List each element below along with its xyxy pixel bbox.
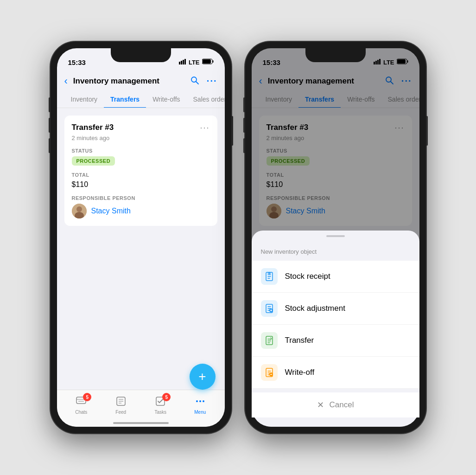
total-label-1: TOTAL xyxy=(72,172,210,178)
nav-tasks-1[interactable]: 5 Tasks xyxy=(154,395,167,415)
stock-adjustment-label: Stock adjustment xyxy=(285,304,345,313)
card-header-1: Transfer #3 ··· xyxy=(72,123,210,133)
transfer-label: Transfer xyxy=(285,336,314,345)
feed-icon-1 xyxy=(114,395,127,408)
svg-rect-2 xyxy=(183,60,184,64)
sheet-item-writeoff[interactable]: Write-off xyxy=(252,357,419,389)
chats-badge-1: 5 xyxy=(83,393,91,401)
nav-tasks-label-1: Tasks xyxy=(154,410,166,415)
svg-point-21 xyxy=(199,400,201,402)
status-badge-1: PROCESSED xyxy=(72,156,115,166)
person-label-1: RESPONSIBLE PERSON xyxy=(72,195,210,201)
phone-2: 15:33 LTE ‹ Inventory management xyxy=(245,42,426,433)
fab-button-1[interactable]: + xyxy=(190,364,216,390)
tab-salesorder-1[interactable]: Sales order xyxy=(187,91,225,108)
tab-bar-1: Inventory Transfers Write-offs Sales ord… xyxy=(57,91,225,108)
status-time-1: 15:33 xyxy=(68,58,86,66)
sheet-handle xyxy=(326,235,345,237)
phone-screen-2: 15:33 LTE ‹ Inventory management xyxy=(252,48,419,427)
svg-rect-1 xyxy=(181,61,182,64)
power-button xyxy=(231,116,233,146)
svg-rect-0 xyxy=(179,62,180,64)
signal-icon-1 xyxy=(179,59,186,66)
nav-feed-1[interactable]: Feed xyxy=(114,395,127,415)
person-name-1: Stacy Smith xyxy=(91,207,131,215)
volume-down-button-2 xyxy=(243,97,245,112)
nav-menu-label-1: Menu xyxy=(194,410,206,415)
cancel-label: Cancel xyxy=(330,400,354,410)
total-value-1: $110 xyxy=(72,180,210,189)
chat-icon-1: 5 xyxy=(75,395,88,408)
status-icons-1: LTE xyxy=(179,58,214,66)
card-more-icon-1[interactable]: ··· xyxy=(200,123,209,133)
svg-rect-38 xyxy=(266,336,273,345)
tasks-icon-1: 5 xyxy=(154,395,167,408)
battery-icon-1 xyxy=(202,58,214,66)
notch-1 xyxy=(111,48,171,62)
person-row-1: Stacy Smith xyxy=(72,204,210,218)
sheet-cancel-button[interactable]: ✕ Cancel xyxy=(252,392,419,417)
nav-menu-1[interactable]: Menu xyxy=(194,395,207,415)
nav-feed-label-1: Feed xyxy=(115,410,126,415)
svg-line-8 xyxy=(196,82,198,84)
svg-point-7 xyxy=(191,77,197,82)
mute-button xyxy=(49,138,51,153)
svg-point-20 xyxy=(196,400,198,402)
transfer-card-1: Transfer #3 ··· 2 minutes ago STATUS PRO… xyxy=(64,116,217,226)
page-title-1: Inventory management xyxy=(73,77,184,86)
volume-up-button-2 xyxy=(243,118,245,133)
volume-down-button xyxy=(49,97,51,112)
tab-writeoffs-1[interactable]: Write-offs xyxy=(146,91,186,108)
phone-1: 15:33 LTE ‹ Inventory management xyxy=(51,42,231,433)
volume-up-button xyxy=(49,118,51,133)
svg-rect-6 xyxy=(212,60,213,63)
nav-header-1: ‹ Inventory management ··· xyxy=(57,71,225,91)
tab-inventory-1[interactable]: Inventory xyxy=(64,91,104,108)
tasks-badge-1: 5 xyxy=(162,393,171,401)
fab-plus-icon-1: + xyxy=(198,370,206,383)
nav-chats-1[interactable]: 5 Chats xyxy=(75,395,88,415)
stock-receipt-label: Stock receipt xyxy=(285,272,330,281)
cancel-x-icon: ✕ xyxy=(317,400,324,410)
search-icon-1[interactable] xyxy=(190,76,199,87)
sheet-item-stock-adjustment[interactable]: Stock adjustment xyxy=(252,293,419,325)
back-button-1[interactable]: ‹ xyxy=(64,75,68,87)
stock-adjustment-icon xyxy=(261,300,278,317)
svg-point-22 xyxy=(203,400,204,402)
sheet-item-transfer[interactable]: Transfer xyxy=(252,325,419,357)
bottom-nav-1: 5 Chats Feed 5 Tasks xyxy=(57,390,225,427)
sheet-item-stock-receipt[interactable]: Stock receipt xyxy=(252,261,419,293)
transfer-icon xyxy=(261,332,278,349)
writeoff-icon xyxy=(261,364,278,381)
tab-transfers-1[interactable]: Transfers xyxy=(104,91,146,108)
bottom-sheet: New inventory object Stock receipt xyxy=(252,231,419,427)
notch-2 xyxy=(305,48,366,62)
svg-point-10 xyxy=(76,206,82,212)
card-title-1: Transfer #3 xyxy=(72,123,114,132)
menu-icon-1 xyxy=(194,395,207,408)
avatar-1 xyxy=(72,204,87,218)
more-icon-1[interactable]: ··· xyxy=(207,76,217,87)
home-indicator-1 xyxy=(113,422,169,424)
sheet-title: New inventory object xyxy=(252,244,419,261)
power-button-2 xyxy=(426,116,428,146)
svg-rect-3 xyxy=(184,59,186,64)
status-label-1: STATUS xyxy=(72,148,210,154)
nav-action-icons-1: ··· xyxy=(190,76,217,87)
nav-chats-label-1: Chats xyxy=(75,410,87,415)
mute-button-2 xyxy=(243,138,245,153)
card-time-1: 2 minutes ago xyxy=(72,135,210,141)
writeoff-label: Write-off xyxy=(285,368,315,377)
phone-screen-1: 15:33 LTE ‹ Inventory management xyxy=(57,48,225,427)
svg-rect-5 xyxy=(203,59,211,64)
stock-receipt-icon xyxy=(261,268,278,285)
network-label-1: LTE xyxy=(189,59,200,66)
